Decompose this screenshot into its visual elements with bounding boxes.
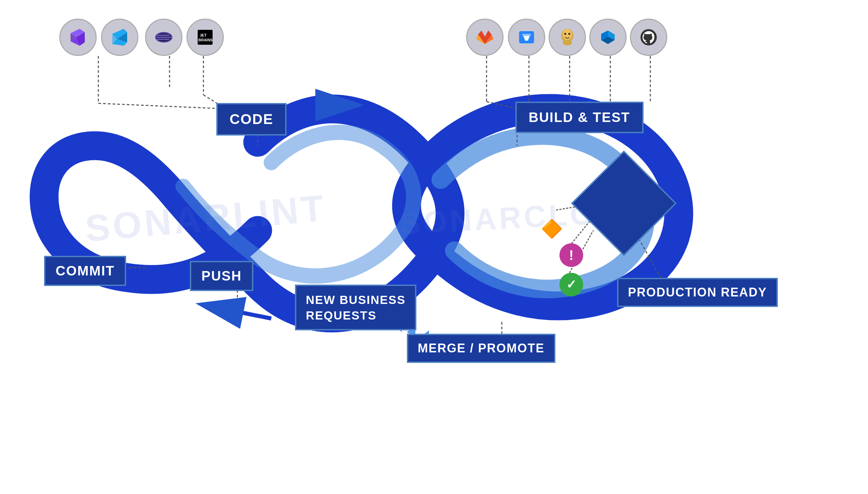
svg-line-3 [98,103,217,109]
svg-text:JET: JET [200,33,206,37]
new-business-requests-label: NEW BUSINESSREQUESTS [295,285,417,330]
vscode-icon [101,19,138,56]
push-label: PUSH [190,261,253,291]
eclipse-icon [145,19,182,56]
svg-text:BRAINS: BRAINS [198,38,213,42]
build-test-label: BUILD & TEST [515,102,644,133]
warning-status-icon: ! [559,243,583,267]
check-status-icon: ✓ [559,273,583,297]
sonar-alert-icon: 🔶 [541,218,563,239]
jenkins-icon [549,19,586,56]
azure-devops-icon [589,19,627,56]
svg-point-40 [568,33,570,35]
diagram-container: SonarLint SonarCloud [0,0,868,494]
commit-label: COMMIT [44,256,126,286]
code-label: CODE [216,103,287,135]
svg-point-39 [564,33,566,35]
svg-line-8 [486,102,517,109]
bitbucket-icon [508,19,545,56]
svg-line-22 [556,207,576,210]
production-ready-label: MERGE / PROMOTE [407,334,555,363]
github-icon [630,19,667,56]
gitlab-icon [466,19,503,56]
svg-rect-33 [198,30,213,45]
vs-icon [59,19,97,56]
svg-point-41 [562,40,572,45]
watermark-left: SonarLint [84,186,328,250]
svg-line-6 [203,95,217,103]
jetbrains-icon: JET BRAINS [186,19,224,56]
merge-promote-label: PRODUCTION READY [617,278,778,307]
